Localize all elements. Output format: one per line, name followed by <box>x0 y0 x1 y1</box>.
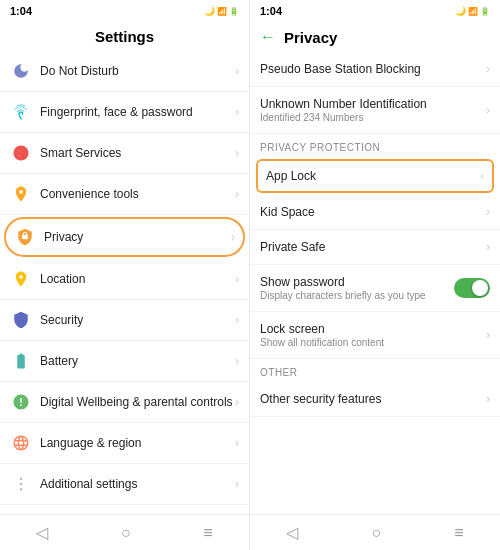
private-safe-title: Private Safe <box>260 240 486 254</box>
pseudo-base-item[interactable]: Pseudo Base Station Blocking › <box>250 52 500 87</box>
chevron-icon: › <box>486 62 490 76</box>
settings-item-security[interactable]: Security › <box>0 300 249 341</box>
back-nav-button-right[interactable]: ◁ <box>286 523 298 542</box>
chevron-icon: › <box>235 187 239 201</box>
fingerprint-label: Fingerprint, face & password <box>40 105 235 119</box>
private-safe-text: Private Safe <box>260 240 486 254</box>
settings-item-digital-wellbeing[interactable]: Digital Wellbeing & parental controls › <box>0 382 249 423</box>
right-status-bar: 1:04 🌙 📶 🔋 <box>250 0 500 22</box>
settings-item-do-not-disturb[interactable]: Do Not Disturb › <box>0 51 249 92</box>
settings-item-additional[interactable]: Additional settings › <box>0 464 249 505</box>
fingerprint-icon <box>10 101 32 123</box>
right-panel: 1:04 🌙 📶 🔋 ← Privacy Pseudo Base Station… <box>250 0 500 550</box>
chevron-icon: › <box>480 169 484 183</box>
app-lock-item[interactable]: App Lock › <box>256 159 494 193</box>
unknown-number-text: Unknown Number Identification Identified… <box>260 97 486 123</box>
left-panel-title: Settings <box>0 22 249 51</box>
left-panel: 1:04 🌙 📶 🔋 Settings Do Not Disturb › Fin… <box>0 0 250 550</box>
settings-item-battery[interactable]: Battery › <box>0 341 249 382</box>
battery-icon <box>10 350 32 372</box>
unknown-number-subtitle: Identified 234 Numbers <box>260 112 486 123</box>
left-status-bar: 1:04 🌙 📶 🔋 <box>0 0 249 22</box>
location-icon <box>10 268 32 290</box>
show-password-subtitle: Display characters briefly as you type <box>260 290 454 301</box>
chevron-icon: › <box>235 395 239 409</box>
settings-item-language[interactable]: Language & region › <box>0 423 249 464</box>
pseudo-base-title: Pseudo Base Station Blocking <box>260 62 486 76</box>
kid-space-text: Kid Space <box>260 205 486 219</box>
private-safe-item[interactable]: Private Safe › <box>250 230 500 265</box>
chevron-icon: › <box>486 392 490 406</box>
left-status-icons: 🌙 📶 🔋 <box>204 6 239 16</box>
convenience-icon <box>10 183 32 205</box>
wellbeing-icon <box>10 391 32 413</box>
privacy-icon <box>14 226 36 248</box>
right-panel-title: Privacy <box>284 29 337 46</box>
right-time: 1:04 <box>260 5 282 17</box>
chevron-icon: › <box>486 205 490 219</box>
left-time: 1:04 <box>10 5 32 17</box>
settings-item-convenience-tools[interactable]: Convenience tools › <box>0 174 249 215</box>
location-label: Location <box>40 272 235 286</box>
home-nav-button[interactable]: ○ <box>121 524 131 542</box>
settings-list: Do Not Disturb › Fingerprint, face & pas… <box>0 51 249 514</box>
kid-space-title: Kid Space <box>260 205 486 219</box>
language-icon <box>10 432 32 454</box>
show-password-item[interactable]: Show password Display characters briefly… <box>250 265 500 312</box>
convenience-tools-label: Convenience tools <box>40 187 235 201</box>
unknown-number-title: Unknown Number Identification <box>260 97 486 111</box>
chevron-icon: › <box>235 313 239 327</box>
moon-icon <box>10 60 32 82</box>
kid-space-item[interactable]: Kid Space › <box>250 195 500 230</box>
settings-item-smart-services[interactable]: Smart Services › <box>0 133 249 174</box>
app-lock-text: App Lock <box>266 169 480 183</box>
svg-point-2 <box>20 483 22 485</box>
right-status-icons: 🌙 📶 🔋 <box>455 6 490 16</box>
show-password-toggle[interactable] <box>454 278 490 298</box>
security-label: Security <box>40 313 235 327</box>
other-security-text: Other security features <box>260 392 486 406</box>
chevron-icon: › <box>486 328 490 342</box>
show-password-text: Show password Display characters briefly… <box>260 275 454 301</box>
do-not-disturb-label: Do Not Disturb <box>40 64 235 78</box>
recents-nav-button-right[interactable]: ≡ <box>454 524 463 542</box>
other-security-item[interactable]: Other security features › <box>250 382 500 417</box>
chevron-icon: › <box>235 64 239 78</box>
pseudo-base-text: Pseudo Base Station Blocking <box>260 62 486 76</box>
chevron-icon: › <box>235 105 239 119</box>
settings-item-fingerprint[interactable]: Fingerprint, face & password › <box>0 92 249 133</box>
chevron-icon: › <box>235 354 239 368</box>
svg-point-3 <box>20 488 22 490</box>
unknown-number-item[interactable]: Unknown Number Identification Identified… <box>250 87 500 134</box>
chevron-icon: › <box>235 146 239 160</box>
additional-icon <box>10 473 32 495</box>
lock-screen-text: Lock screen Show all notification conten… <box>260 322 486 348</box>
chevron-icon: › <box>235 436 239 450</box>
back-nav-button[interactable]: ◁ <box>36 523 48 542</box>
chevron-icon: › <box>235 272 239 286</box>
settings-item-privacy[interactable]: Privacy › <box>4 217 245 257</box>
smart-icon <box>10 142 32 164</box>
chevron-icon: › <box>235 477 239 491</box>
smart-services-label: Smart Services <box>40 146 235 160</box>
chevron-icon: › <box>486 240 490 254</box>
other-section-label: OTHER <box>250 359 500 382</box>
other-security-title: Other security features <box>260 392 486 406</box>
lock-screen-item[interactable]: Lock screen Show all notification conten… <box>250 312 500 359</box>
chevron-icon: › <box>231 230 235 244</box>
recents-nav-button[interactable]: ≡ <box>203 524 212 542</box>
right-bottom-nav: ◁ ○ ≡ <box>250 514 500 550</box>
language-label: Language & region <box>40 436 235 450</box>
home-nav-button-right[interactable]: ○ <box>371 524 381 542</box>
right-header: ← Privacy <box>250 22 500 52</box>
back-button[interactable]: ← <box>260 28 276 46</box>
settings-item-location[interactable]: Location › <box>0 259 249 300</box>
show-password-title: Show password <box>260 275 454 289</box>
privacy-section-label: PRIVACY PROTECTION <box>250 134 500 157</box>
svg-point-1 <box>20 478 22 480</box>
privacy-label: Privacy <box>44 230 231 244</box>
chevron-icon: › <box>486 103 490 117</box>
security-icon <box>10 309 32 331</box>
left-bottom-nav: ◁ ○ ≡ <box>0 514 249 550</box>
right-content: Pseudo Base Station Blocking › Unknown N… <box>250 52 500 514</box>
